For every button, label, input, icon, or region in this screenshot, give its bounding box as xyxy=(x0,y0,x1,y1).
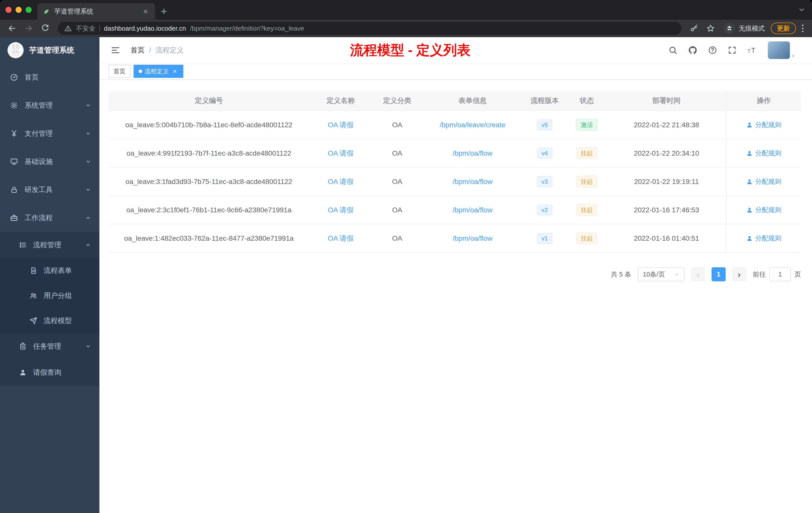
form-link[interactable]: /bpm/oa/flow xyxy=(453,178,493,186)
version-tag: v5 xyxy=(537,119,552,130)
chevron-down-icon xyxy=(85,103,91,108)
minimize-window-button[interactable] xyxy=(16,7,22,13)
table-row: oa_leave:1:482ec033-762a-11ec-8477-a2380… xyxy=(109,224,801,253)
address-bar[interactable]: 不安全 dashboard.yudao.iocoder.cn/bpm/manag… xyxy=(58,22,682,35)
definition-category: OA xyxy=(392,206,402,214)
sidebar-item-label: 工作流程 xyxy=(25,213,53,222)
form-link[interactable]: /bpm/oa/flow xyxy=(453,234,493,242)
column-header: 表单信息 xyxy=(422,91,523,111)
new-tab-button[interactable]: + xyxy=(161,3,167,20)
search-button[interactable] xyxy=(668,46,677,55)
page-size-select[interactable]: 10条/页 xyxy=(638,267,685,281)
current-page-button[interactable]: 1 xyxy=(712,267,726,281)
tag-process-definition[interactable]: 流程定义 × xyxy=(134,65,183,78)
reload-button[interactable] xyxy=(38,21,52,35)
font-size-button[interactable]: TT xyxy=(747,46,757,55)
incognito-label: 无痕模式 xyxy=(739,24,765,33)
person-icon xyxy=(746,122,753,128)
definition-category: OA xyxy=(392,234,402,242)
user-avatar-menu[interactable]: ▾ xyxy=(768,41,794,59)
breadcrumb-home[interactable]: 首页 xyxy=(130,46,145,55)
deploy-time: 2022-01-16 17:46:53 xyxy=(634,206,699,214)
sidebar-item-process-form[interactable]: 流程表单 xyxy=(0,258,99,283)
sidebar-item-payment[interactable]: 支付管理 xyxy=(0,119,99,148)
table-row: oa_leave:3:1fad3d93-7b75-11ec-a3c8-acde4… xyxy=(109,168,801,196)
sidebar-item-process-model[interactable]: 流程模型 xyxy=(0,308,99,333)
table-row: oa_leave:4:991f2193-7b7f-11ec-a3c8-acde4… xyxy=(109,139,801,168)
form-link[interactable]: /bpm/oa/flow xyxy=(453,206,493,214)
zoom-window-button[interactable] xyxy=(26,7,32,13)
bookmark-star-button[interactable] xyxy=(703,21,718,35)
pagination: 共 5 条 10条/页 ‹ 1 › 前往 页 xyxy=(109,267,801,281)
assign-rule-link[interactable]: 分配规则 xyxy=(746,234,781,243)
sidebar-item-label: 首页 xyxy=(25,72,39,82)
sidebar-item-process-management[interactable]: 流程管理 xyxy=(0,232,99,258)
sidebar-item-user-group[interactable]: 用户分组 xyxy=(0,283,99,308)
definition-name-link[interactable]: OA 请假 xyxy=(328,177,354,186)
sidebar-item-devtools[interactable]: 研发工具 xyxy=(0,176,99,204)
search-icon xyxy=(668,46,677,55)
paper-plane-icon xyxy=(30,317,37,325)
assign-rule-link[interactable]: 分配规则 xyxy=(746,120,781,129)
browser-menu-kebab-button[interactable] xyxy=(799,25,807,32)
fullscreen-button[interactable] xyxy=(728,46,737,55)
github-icon xyxy=(688,46,697,55)
sidebar-item-label: 流程模型 xyxy=(44,316,72,326)
sidebar-item-workflow[interactable]: 工作流程 xyxy=(0,204,99,232)
assign-rule-label: 分配规则 xyxy=(755,177,781,186)
sidebar-item-home[interactable]: 首页 xyxy=(0,63,99,91)
tag-label: 流程定义 xyxy=(145,67,169,75)
assign-rule-link[interactable]: 分配规则 xyxy=(746,206,781,214)
forward-button[interactable] xyxy=(22,21,36,35)
goto-page-input[interactable] xyxy=(769,267,791,281)
assign-rule-link[interactable]: 分配规则 xyxy=(746,149,781,158)
status-tag: 激活 xyxy=(576,119,597,131)
definition-name-link[interactable]: OA 请假 xyxy=(328,205,354,215)
gear-icon xyxy=(10,101,18,110)
clipboard-icon xyxy=(19,342,27,350)
column-header: 操作 xyxy=(726,91,801,111)
deploy-time: 2022-01-22 21:48:38 xyxy=(634,121,699,129)
page-annotation: 流程模型 - 定义列表 xyxy=(350,41,470,59)
definition-id: oa_leave:4:991f2193-7b7f-11ec-a3c8-acde4… xyxy=(126,149,291,157)
close-window-button[interactable] xyxy=(5,7,11,13)
sidebar-item-leave-query[interactable]: 请假查询 xyxy=(0,359,99,386)
person-icon xyxy=(746,150,753,157)
sidebar-menu: 首页 系统管理 支付管理 基础设施 xyxy=(0,63,99,513)
status-tag: 挂起 xyxy=(576,233,597,244)
definition-name-link[interactable]: OA 请假 xyxy=(328,234,354,243)
github-button[interactable] xyxy=(688,46,697,55)
url-host: dashboard.yudao.iocoder.cn xyxy=(104,25,186,32)
incognito-icon xyxy=(724,23,735,34)
url-divider xyxy=(99,25,100,32)
definition-name-link[interactable]: OA 请假 xyxy=(328,149,354,158)
update-button[interactable]: 更新 xyxy=(771,23,796,34)
sidebar-item-infrastructure[interactable]: 基础设施 xyxy=(0,148,99,176)
tab-search-chevron-icon[interactable] xyxy=(798,6,806,13)
help-button[interactable] xyxy=(708,46,717,55)
password-key-button[interactable] xyxy=(687,21,701,35)
tag-home[interactable]: 首页 xyxy=(109,65,130,78)
prev-page-button[interactable]: ‹ xyxy=(691,267,705,281)
tab-close-button[interactable]: × xyxy=(141,6,151,16)
form-link[interactable]: /bpm/oa/flow xyxy=(453,149,493,157)
tab-favicon-leaf-icon xyxy=(43,7,50,15)
key-icon xyxy=(690,24,698,33)
browser-tab[interactable]: 芋道管理系统 × xyxy=(37,3,155,20)
form-link[interactable]: /bpm/oa/leave/create xyxy=(440,121,505,129)
column-header: 定义分类 xyxy=(372,91,422,111)
tag-close-icon[interactable]: × xyxy=(171,68,178,75)
person-icon xyxy=(746,178,753,185)
sidebar-item-label: 流程管理 xyxy=(33,240,61,250)
status-tag: 挂起 xyxy=(576,176,597,187)
next-page-button[interactable]: › xyxy=(732,267,746,281)
sidebar-item-task-management[interactable]: 任务管理 xyxy=(0,333,99,359)
chevron-down-icon xyxy=(85,131,91,136)
back-button[interactable] xyxy=(5,21,19,35)
page-unit-label: 页 xyxy=(794,270,801,279)
sidebar-item-system[interactable]: 系统管理 xyxy=(0,91,99,119)
assign-rule-link[interactable]: 分配规则 xyxy=(746,177,781,186)
definition-name-link[interactable]: OA 请假 xyxy=(328,120,354,130)
sidebar-collapse-button[interactable] xyxy=(108,43,123,58)
status-tag: 挂起 xyxy=(576,204,597,216)
